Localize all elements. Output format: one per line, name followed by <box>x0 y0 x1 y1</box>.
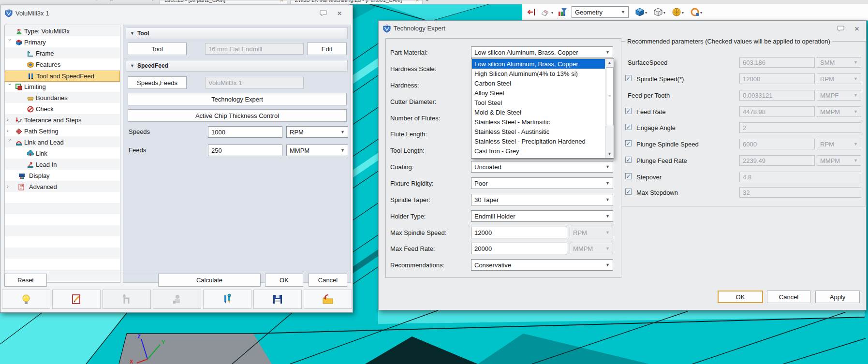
wireframe-display-icon[interactable] <box>653 7 663 17</box>
chevron-collapsed-icon[interactable]: › <box>7 128 13 133</box>
close-icon[interactable]: ✕ <box>334 10 345 17</box>
max-spindle-speed-input[interactable]: 12000 <box>471 227 567 238</box>
part-material-select[interactable]: Low silicon Aluminum, Brass, Copper ▼ <box>471 46 613 58</box>
plunge-spindle-speed-checkbox[interactable]: ✓ <box>625 140 632 146</box>
edit-note-button[interactable] <box>52 290 101 309</box>
chevron-down-icon[interactable]: ▾ <box>700 11 702 15</box>
chevron-expanded-icon[interactable]: › <box>7 39 13 45</box>
dropdown-item[interactable]: Alloy Steel <box>472 88 605 98</box>
chevron-expanded-icon[interactable]: › <box>7 139 13 145</box>
chevron-down-icon[interactable]: ▾ <box>663 11 665 15</box>
geometry-selector[interactable]: Geometry ▼ <box>572 6 629 18</box>
dropdown-item[interactable]: High Silicon Aluminum(4% to 13% si) <box>472 69 605 78</box>
exit-arrow-icon[interactable] <box>526 7 537 17</box>
tree-item-check[interactable]: Check <box>5 104 120 115</box>
value: 603.186 <box>743 59 765 66</box>
ok-button[interactable]: OK <box>265 274 303 287</box>
tool-manager-button[interactable] <box>203 290 251 309</box>
dropdown-item[interactable]: Stainless Steel - Martinsitic <box>472 117 605 127</box>
chip-thickness-control-button[interactable]: Active Chip Thickness Control <box>128 109 347 122</box>
tree-item-tolerance-and-steps[interactable]: › Tolerance and Steps <box>5 115 120 126</box>
scroll-down-icon[interactable]: ▼ <box>606 150 613 158</box>
tool-button[interactable]: Tool <box>128 43 187 55</box>
tree-item-limiting[interactable]: › Limiting <box>5 82 120 93</box>
comment-icon[interactable] <box>835 26 846 33</box>
apply-button[interactable]: Apply <box>815 291 860 303</box>
max-feed-rate-input[interactable]: 20000 <box>471 243 567 254</box>
tree-item-display[interactable]: Display <box>5 171 120 182</box>
feeds-input[interactable]: 250 <box>208 145 282 156</box>
render-wheel-icon[interactable] <box>671 7 682 17</box>
new-tab-icon[interactable]: + <box>426 0 428 3</box>
speeds-feeds-button[interactable]: Speeds,Feeds <box>128 76 187 89</box>
calculate-button[interactable]: Calculate <box>158 274 261 287</box>
section-ring-icon[interactable] <box>690 7 700 17</box>
chevron-collapsed-icon[interactable]: › <box>7 116 13 122</box>
close-icon[interactable]: ✕ <box>852 25 862 33</box>
feed-rate-checkbox[interactable]: ✓ <box>625 108 632 114</box>
tree-item-frame[interactable]: Frame <box>5 48 120 59</box>
chevron-down-icon[interactable]: ▾ <box>551 11 553 15</box>
color-filter-icon[interactable] <box>557 7 568 17</box>
chevron-expanded-icon[interactable]: › <box>7 84 13 89</box>
edit-tool-button[interactable]: Edit <box>307 43 347 55</box>
comment-icon[interactable] <box>318 10 328 18</box>
dropdown-item[interactable]: Stainless Steel - Austinsitic <box>472 127 605 136</box>
engage-angle-checkbox[interactable]: ✓ <box>625 124 632 130</box>
section-header-speedfeed[interactable]: ▼ SpeedFeed <box>126 60 348 72</box>
scrollbar-thumb[interactable]: ≡ <box>606 67 614 125</box>
recommendations-select[interactable]: Conservative ▼ <box>471 259 613 271</box>
tab-zw3d-mill[interactable]: ZW3D 2X Mill Machining.Z3 - [Part001_CAM… <box>290 0 423 4</box>
tree-item-features[interactable]: Features <box>5 59 120 71</box>
feeds-unit-select[interactable]: MMPM ▼ <box>286 145 348 156</box>
window-close-icon[interactable]: ✕ <box>109 0 113 2</box>
spindle-taper-select[interactable]: 30 Taper ▼ <box>471 194 613 205</box>
tree-item-advanced[interactable]: › A Advanced <box>5 182 120 193</box>
max-stepdown-checkbox[interactable]: ✓ <box>625 189 632 195</box>
coating-select[interactable]: Uncoated ▼ <box>471 161 613 173</box>
save-button[interactable] <box>253 290 302 309</box>
cancel-button[interactable]: Cancel <box>767 291 810 303</box>
chevron-down-icon[interactable]: ▾ <box>645 11 647 15</box>
spindle-speed-checkbox[interactable]: ✓ <box>625 75 632 81</box>
stepover-checkbox[interactable]: ✓ <box>625 173 632 179</box>
speeds-input[interactable]: 1000 <box>208 126 282 138</box>
chevron-collapsed-icon[interactable]: › <box>7 183 13 189</box>
dropdown-item-selected[interactable]: Low silicon Aluminum, Brass, Copper <box>472 59 605 69</box>
tab-close-icon[interactable]: ✕ <box>415 0 419 3</box>
plunge-feed-rate-checkbox[interactable]: ✓ <box>625 157 632 163</box>
speeds-unit-select[interactable]: RPM ▼ <box>286 126 348 138</box>
tab-close-icon[interactable]: ✕ <box>280 0 284 3</box>
dropdown-item[interactable]: Tool Steel <box>472 98 605 107</box>
scroll-up-icon[interactable]: ▲ <box>606 59 613 66</box>
pin-tab-icon[interactable]: + <box>151 0 154 2</box>
tree-item-link[interactable]: Link <box>5 148 120 160</box>
section-header-tool[interactable]: ▼ Tool <box>126 28 348 39</box>
eraser-icon[interactable] <box>540 7 550 17</box>
tab-lace-z3[interactable]: Lace.Z3 - [3x part1_CAM] ✕ <box>160 0 287 4</box>
window-restore-icon[interactable]: ▫ <box>96 0 98 2</box>
dropdown-item[interactable]: Stainless Steel - Precipitation Hardened <box>472 136 605 146</box>
dropdown-item[interactable]: Carbon Steel <box>472 78 605 88</box>
hint-bulb-button[interactable] <box>2 290 50 309</box>
fixture-rigidity-select[interactable]: Poor ▼ <box>471 177 613 189</box>
dropdown-item[interactable]: Mold & Die Steel <box>472 107 605 117</box>
reset-button[interactable]: Reset <box>4 274 47 287</box>
dropdown-item[interactable]: Cast Iron - Grey <box>472 146 605 156</box>
tree-item-tool-and-speedfeed[interactable]: Tool and SpeedFeed <box>5 71 120 82</box>
tree-item-path-setting[interactable]: › Path Setting <box>5 126 120 137</box>
chevron-down-icon[interactable]: ▾ <box>682 11 684 15</box>
shaded-display-icon[interactable] <box>634 7 645 17</box>
tree-item-boundaries[interactable]: Boundaries <box>5 93 120 104</box>
tree-item-lead-in[interactable]: Lead In <box>5 160 120 171</box>
cancel-button[interactable]: Cancel <box>309 274 347 287</box>
tree-item-primary[interactable]: › Primary <box>5 37 120 48</box>
holder-type-select[interactable]: Endmill Holder ▼ <box>471 210 613 222</box>
tree-item-link-and-lead[interactable]: › Link and Lead <box>5 137 120 148</box>
dropdown-scrollbar[interactable]: ▲ ≡ ▼ <box>605 58 614 158</box>
technology-expert-dialog: Technology Expert ✕ Part Material: Hardn… <box>378 20 867 310</box>
technology-expert-button[interactable]: Technology Expert <box>128 93 347 105</box>
ok-button[interactable]: OK <box>718 291 763 303</box>
tree-item-type[interactable]: Type: VoluMill3x <box>5 26 120 37</box>
open-folder-button[interactable] <box>304 290 352 309</box>
